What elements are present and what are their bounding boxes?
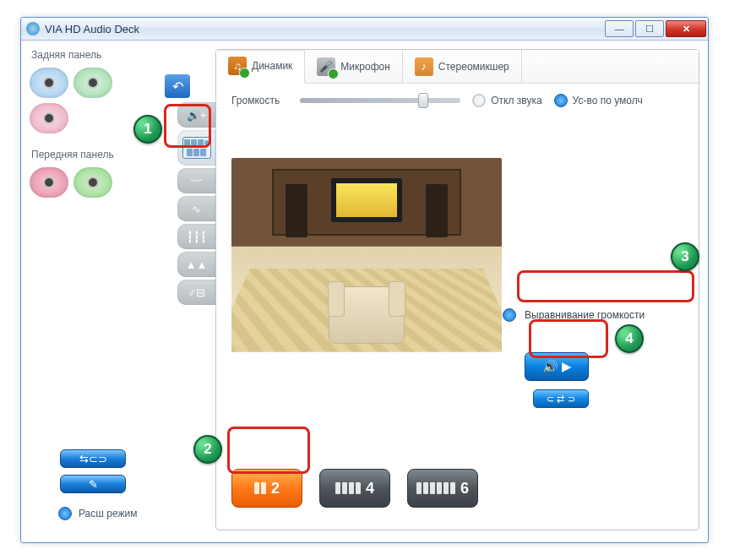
side-speaker-setup-icon[interactable] (177, 130, 215, 166)
undo-button[interactable]: ↶ (165, 74, 190, 98)
speaker-tab-icon: ♫ (228, 57, 247, 75)
tab-stereomixer[interactable]: ♪ Стереомикшер (403, 50, 522, 83)
app-icon (26, 22, 40, 35)
window-title: VIA HD Audio Deck (45, 23, 603, 35)
volume-leveling-label: Выравнивание громкости (525, 309, 645, 321)
room-left-speaker-icon[interactable] (286, 184, 307, 237)
side-levels-icon[interactable]: ┇┇┇ (177, 224, 215, 249)
connector-button[interactable]: ⇆⊂⊃ (60, 449, 126, 468)
speaker-count-2-label: 2 (271, 480, 280, 497)
volume-leveling-option[interactable]: Выравнивание громкости (503, 303, 680, 327)
advanced-mode-label: Расш режим (79, 508, 137, 519)
speaker-play-icon: 🔊 (542, 359, 558, 374)
app-window: VIA HD Audio Deck — ☐ ✕ Задняя панель Пе… (20, 17, 709, 543)
mute-radio-icon (472, 94, 486, 107)
jack-rear-green[interactable] (73, 68, 112, 98)
stereomixer-tab-icon: ♪ (415, 57, 433, 76)
main-panel: ♫ Динамик 🎤 Микрофон ♪ Стереомикшер Гром… (215, 49, 699, 530)
left-panel: Задняя панель Передняя панель ↶ 🔊+ 〰 ∿ ┇… (21, 41, 215, 542)
tab-speaker-label: Динамик (252, 60, 292, 72)
titlebar: VIA HD Audio Deck — ☐ ✕ (21, 18, 708, 41)
test-play-button[interactable]: 🔊 ▶ (525, 352, 589, 381)
volume-row: Громкость Откл звука Ус-во по умолч (216, 84, 699, 111)
minimize-button[interactable]: — (605, 20, 634, 37)
room-tv-icon (331, 178, 401, 222)
room-preview (231, 158, 502, 379)
side-bass-icon[interactable]: 〰 (177, 168, 215, 193)
speaker-count-2[interactable]: 2 (231, 469, 302, 508)
side-icon-strip: 🔊+ 〰 ∿ ┇┇┇ ▲▲ ♂⊟ (177, 102, 215, 307)
close-button[interactable]: ✕ (666, 20, 706, 37)
settings-button[interactable]: ✎ (60, 475, 126, 493)
tab-speaker[interactable]: ♫ Динамик (216, 50, 305, 84)
tab-mixer-label: Стереомикшер (438, 61, 509, 73)
volume-label: Громкость (231, 95, 280, 106)
advanced-mode-toggle[interactable]: Расш режим (58, 507, 137, 520)
jack-front-pink[interactable] (30, 167, 68, 198)
connector-small-button[interactable]: ⊂ ⇄ ⊃ (533, 389, 589, 408)
mute-option[interactable]: Откл звука (472, 94, 541, 107)
side-room-icon[interactable]: ♂⊟ (177, 280, 215, 305)
speaker-count-4[interactable]: 4 (319, 469, 390, 508)
room-sofa-icon (329, 286, 405, 344)
rear-panel-label: Задняя панель (31, 49, 215, 61)
side-environment-icon[interactable]: ▲▲ (177, 252, 215, 277)
advanced-mode-radio-icon (58, 507, 72, 520)
play-arrow-icon: ▶ (562, 359, 572, 374)
jack-rear-blue[interactable] (30, 68, 68, 98)
speaker-count-6[interactable]: 6 (407, 469, 478, 508)
jack-front-green[interactable] (73, 167, 112, 198)
maximize-button[interactable]: ☐ (635, 20, 664, 37)
tab-strip: ♫ Динамик 🎤 Микрофон ♪ Стереомикшер (216, 50, 699, 84)
volume-slider-thumb[interactable] (418, 93, 428, 108)
volume-leveling-radio-icon (503, 308, 516, 322)
jack-rear-pink[interactable] (30, 103, 68, 133)
default-device-option[interactable]: Ус-во по умолч (554, 94, 643, 107)
side-equalizer-icon[interactable]: ∿ (177, 196, 215, 221)
tab-microphone[interactable]: 🎤 Микрофон (305, 50, 402, 83)
speaker-count-4-label: 4 (366, 480, 374, 497)
mute-label: Откл звука (491, 95, 541, 106)
room-right-speaker-icon[interactable] (426, 184, 448, 237)
speaker-count-6-label: 6 (460, 480, 469, 497)
volume-slider[interactable] (300, 98, 460, 103)
default-device-radio-icon (554, 94, 568, 107)
tab-mic-label: Микрофон (340, 61, 389, 73)
microphone-tab-icon: 🎤 (317, 57, 335, 76)
speaker-count-selector: 2 4 6 (231, 469, 478, 508)
side-volume-icon[interactable]: 🔊+ (177, 102, 215, 128)
default-device-label: Ус-во по умолч (573, 95, 643, 106)
